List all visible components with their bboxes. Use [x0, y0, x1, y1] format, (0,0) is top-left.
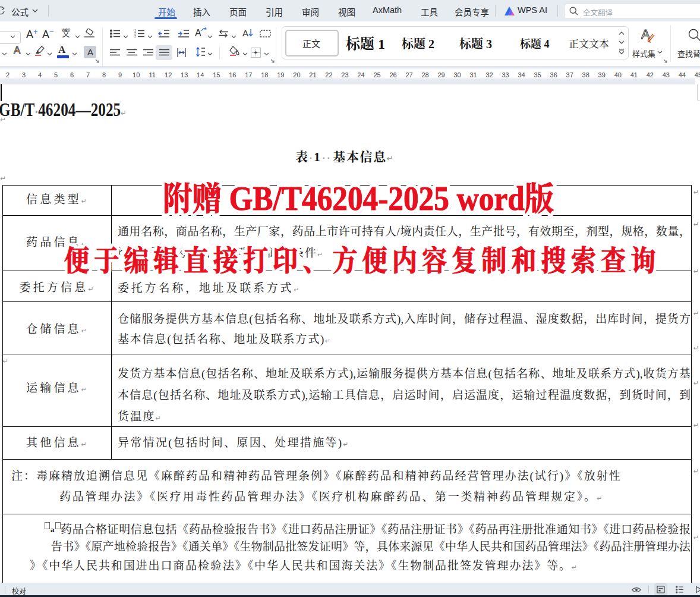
svg-text:3: 3: [134, 34, 136, 38]
svg-text:A: A: [14, 45, 21, 56]
